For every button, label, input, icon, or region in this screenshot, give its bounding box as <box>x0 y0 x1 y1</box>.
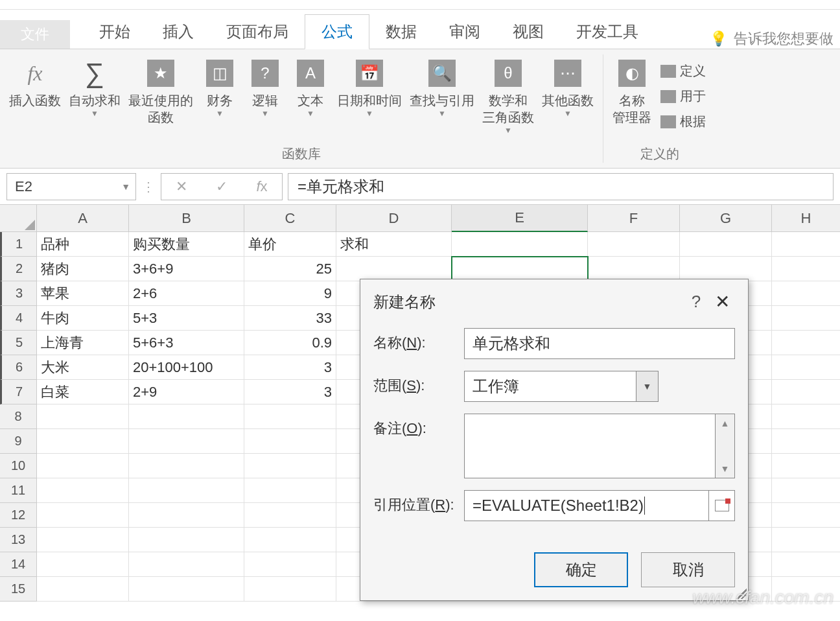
cell-B11[interactable] <box>129 478 244 503</box>
insert-function-button[interactable]: fx 插入函数 <box>5 54 65 143</box>
scope-select[interactable]: 工作簿 <box>464 371 636 402</box>
formula-input[interactable]: =单元格求和 <box>288 173 834 200</box>
row-header-9[interactable]: 9 <box>0 429 36 454</box>
cell-H5[interactable] <box>772 331 840 355</box>
cell-B3[interactable]: 2+6 <box>129 281 244 306</box>
cell-C13[interactable] <box>244 528 336 552</box>
scope-dropdown-icon[interactable]: ▼ <box>636 371 659 402</box>
cell-C8[interactable] <box>244 404 336 429</box>
tab-data[interactable]: 数据 <box>369 15 433 49</box>
cell-A10[interactable] <box>37 454 129 478</box>
cell-A15[interactable] <box>37 577 129 602</box>
tab-file[interactable]: 文件 <box>0 20 70 49</box>
tab-review[interactable]: 审阅 <box>433 15 496 49</box>
row-header-7[interactable]: 7 <box>0 380 36 404</box>
define-name-button[interactable]: 定义 <box>658 60 708 82</box>
cell-B7[interactable]: 2+9 <box>129 380 244 404</box>
row-header-4[interactable]: 4 <box>0 306 36 331</box>
row-header-2[interactable]: 2 <box>0 257 36 281</box>
use-in-formula-button[interactable]: 用于 <box>658 85 708 108</box>
cell-G1[interactable] <box>680 232 772 257</box>
tab-home[interactable]: 开始 <box>83 15 146 49</box>
cell-C14[interactable] <box>244 552 336 577</box>
column-header-C[interactable]: C <box>244 205 336 232</box>
cell-C6[interactable]: 3 <box>244 355 336 380</box>
cell-C1[interactable]: 单价 <box>244 232 336 257</box>
cell-C11[interactable] <box>244 478 336 503</box>
ok-button[interactable]: 确定 <box>534 552 628 587</box>
cell-E1[interactable] <box>452 232 588 257</box>
recently-used-button[interactable]: ★ 最近使用的 函数 <box>124 54 197 143</box>
create-from-selection-button[interactable]: 根据 <box>658 110 708 133</box>
cell-F2[interactable] <box>588 257 680 281</box>
cell-G2[interactable] <box>680 257 772 281</box>
column-header-B[interactable]: B <box>129 205 244 232</box>
cell-A12[interactable] <box>37 503 129 528</box>
cell-A1[interactable]: 品种 <box>37 232 129 257</box>
autosum-button[interactable]: ∑ 自动求和▼ <box>65 54 124 143</box>
cell-B4[interactable]: 5+3 <box>129 306 244 331</box>
name-input[interactable] <box>464 328 735 359</box>
column-header-D[interactable]: D <box>336 205 452 232</box>
text-button[interactable]: A 文本▼ <box>288 54 333 143</box>
name-box[interactable]: E2 ▼ <box>6 173 136 200</box>
cell-H4[interactable] <box>772 306 840 331</box>
dialog-titlebar[interactable]: 新建名称 ? ✕ <box>360 279 748 322</box>
comment-scrollbar[interactable]: ▲▼ <box>716 414 735 478</box>
cell-A3[interactable]: 苹果 <box>37 281 129 306</box>
refers-to-input[interactable]: =EVALUATE(Sheet1!B2) <box>464 490 709 521</box>
cell-B2[interactable]: 3+6+9 <box>129 257 244 281</box>
cell-H1[interactable] <box>772 232 840 257</box>
cell-A7[interactable]: 白菜 <box>37 380 129 404</box>
cell-A13[interactable] <box>37 528 129 552</box>
cell-A6[interactable]: 大米 <box>37 355 129 380</box>
column-header-H[interactable]: H <box>772 205 840 232</box>
cancel-formula-button[interactable]: ✕ <box>161 174 202 200</box>
cell-A14[interactable] <box>37 552 129 577</box>
cell-H13[interactable] <box>772 528 840 552</box>
cell-H6[interactable] <box>772 355 840 380</box>
cell-C7[interactable]: 3 <box>244 380 336 404</box>
cell-B1[interactable]: 购买数量 <box>129 232 244 257</box>
cell-B13[interactable] <box>129 528 244 552</box>
cell-C12[interactable] <box>244 503 336 528</box>
enter-formula-button[interactable]: ✓ <box>202 174 242 200</box>
tab-page-layout[interactable]: 页面布局 <box>210 15 305 49</box>
column-header-G[interactable]: G <box>680 205 772 232</box>
column-header-F[interactable]: F <box>588 205 680 232</box>
fx-button[interactable]: fx <box>242 174 282 200</box>
row-header-5[interactable]: 5 <box>0 331 36 355</box>
cell-E2[interactable] <box>452 257 588 281</box>
cell-H12[interactable] <box>772 503 840 528</box>
tab-developer[interactable]: 开发工具 <box>560 15 655 49</box>
cell-H10[interactable] <box>772 454 840 478</box>
cell-A5[interactable]: 上海青 <box>37 331 129 355</box>
cell-C9[interactable] <box>244 429 336 454</box>
row-header-1[interactable]: 1 <box>0 232 36 257</box>
comment-textarea[interactable] <box>464 414 716 478</box>
row-header-11[interactable]: 11 <box>0 478 36 503</box>
more-functions-button[interactable]: ⋯ 其他函数▼ <box>538 54 598 143</box>
row-header-12[interactable]: 12 <box>0 503 36 528</box>
column-header-E[interactable]: E <box>452 205 588 232</box>
row-header-6[interactable]: 6 <box>0 355 36 380</box>
cell-H2[interactable] <box>772 257 840 281</box>
column-header-A[interactable]: A <box>37 205 129 232</box>
cell-B14[interactable] <box>129 552 244 577</box>
cell-A11[interactable] <box>37 478 129 503</box>
dialog-close-button[interactable]: ✕ <box>709 291 735 312</box>
cell-B8[interactable] <box>129 404 244 429</box>
cell-C10[interactable] <box>244 454 336 478</box>
cancel-button[interactable]: 取消 <box>641 552 735 587</box>
cell-D1[interactable]: 求和 <box>336 232 452 257</box>
select-all-corner[interactable] <box>0 205 36 232</box>
cell-A8[interactable] <box>37 404 129 429</box>
row-header-3[interactable]: 3 <box>0 281 36 306</box>
cell-B15[interactable] <box>129 577 244 602</box>
cell-C3[interactable]: 9 <box>244 281 336 306</box>
cell-F1[interactable] <box>588 232 680 257</box>
cell-B9[interactable] <box>129 429 244 454</box>
cell-A2[interactable]: 猪肉 <box>37 257 129 281</box>
cell-B10[interactable] <box>129 454 244 478</box>
cell-H9[interactable] <box>772 429 840 454</box>
